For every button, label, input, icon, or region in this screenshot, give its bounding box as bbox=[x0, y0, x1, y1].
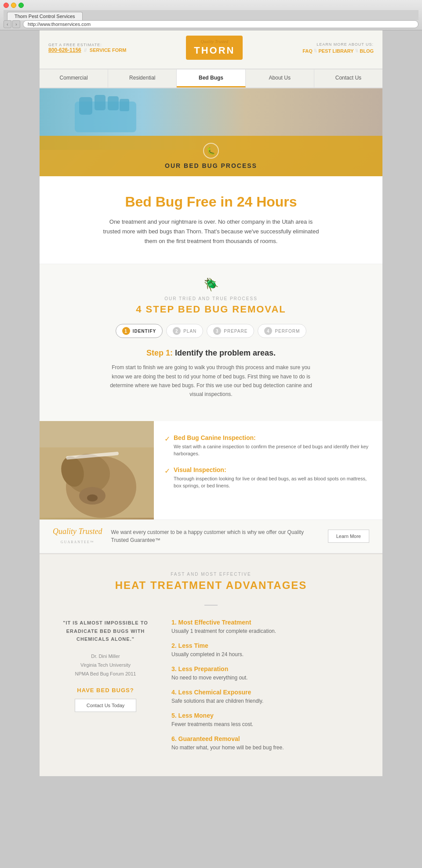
phone-link[interactable]: 800-626-1156 bbox=[48, 47, 81, 53]
nav-commercial[interactable]: Commercial bbox=[40, 69, 108, 87]
advantage-desc-2: Usually completed in 24 hours. bbox=[171, 650, 365, 658]
advantage-num-1: 1. bbox=[171, 619, 177, 626]
intro-body: One treatment and your nightmare is over… bbox=[101, 217, 321, 246]
hero-area: 🐛 OUR BED BUG PROCESS bbox=[40, 88, 382, 176]
learn-more-button[interactable]: Learn More bbox=[328, 530, 369, 543]
tab-title: Thorn Pest Control Services bbox=[15, 14, 75, 19]
back-button[interactable]: ‹ bbox=[4, 20, 11, 28]
advantage-item-5: 5. Less Money Fewer treatments means les… bbox=[171, 712, 365, 728]
heat-section: FAST AND MOST EFFECTIVE HEAT TREATMENT A… bbox=[40, 553, 382, 776]
learn-label: LEARN MORE ABOUT US: bbox=[302, 42, 374, 47]
close-btn[interactable] bbox=[4, 3, 9, 8]
quality-line1: Quality Trusted bbox=[53, 527, 102, 536]
quote-forum: NPMA Bed Bug Forum 2011 bbox=[57, 670, 154, 679]
advantage-desc-1: Usually 1 treatment for complete eradica… bbox=[171, 627, 365, 635]
check-icon-1: ✓ bbox=[164, 435, 170, 443]
tab-bar: Thorn Pest Control Services bbox=[4, 10, 418, 20]
main-headline: Bed Bug Free in 24 Hours bbox=[66, 194, 356, 210]
step-label-4: PERFORM bbox=[275, 329, 300, 334]
step1-label: Step 1: bbox=[146, 349, 173, 357]
advantage-desc-3: No need to move everything out. bbox=[171, 674, 365, 682]
browser-tab[interactable]: Thorn Pest Control Services bbox=[7, 12, 83, 20]
browser-buttons bbox=[4, 3, 418, 8]
svg-point-10 bbox=[87, 494, 98, 501]
inspection-title-1: Bed Bug Canine Inspection: bbox=[174, 434, 372, 441]
advantage-title-6: 6. Guaranteed Removal bbox=[171, 735, 365, 742]
advantage-item-3: 3. Less Preparation No need to move ever… bbox=[171, 665, 365, 682]
check-row-1: ✓ Bed Bug Canine Inspection: We start wi… bbox=[164, 434, 372, 458]
main-content: Bed Bug Free in 24 Hours One treatment a… bbox=[40, 176, 382, 264]
nav-bedbugs[interactable]: Bed Bugs bbox=[177, 69, 245, 87]
advantage-title-5: 5. Less Money bbox=[171, 712, 365, 719]
quote-text: "IT IS ALMOST IMPOSSIBLE TO ERADICATE BE… bbox=[57, 619, 154, 643]
quality-logo: Quality Trusted GUARANTEE™ bbox=[53, 527, 102, 546]
header-links: FAQ \\ PEST LIBRARY \\ BLOG bbox=[302, 48, 374, 54]
svg-rect-2 bbox=[95, 95, 106, 110]
dog-image bbox=[40, 421, 154, 519]
step-label-1: IDENTIFY bbox=[133, 329, 156, 334]
faq-link[interactable]: FAQ bbox=[302, 48, 313, 54]
guarantee-text: We want every customer to be a happy cus… bbox=[111, 528, 319, 544]
glove-illustration bbox=[66, 93, 145, 137]
contact-us-today-button[interactable]: Contact Us Today bbox=[75, 699, 136, 712]
step-num-4: 4 bbox=[264, 327, 272, 335]
step-tab-2[interactable]: 2 PLAN bbox=[166, 324, 203, 338]
advantage-item-1: 1. Most Effective Treatment Usually 1 tr… bbox=[171, 619, 365, 635]
heat-right: 1. Most Effective Treatment Usually 1 tr… bbox=[171, 619, 365, 759]
minimize-btn[interactable] bbox=[11, 3, 16, 8]
hero-process-title: OUR BED BUG PROCESS bbox=[47, 162, 375, 169]
quality-line2: GUARANTEE™ bbox=[61, 540, 95, 544]
advantage-num-2: 2. bbox=[171, 642, 177, 649]
heat-left: "IT IS ALMOST IMPOSSIBLE TO ERADICATE BE… bbox=[57, 619, 154, 759]
estimate-label: GET A FREE ESTIMATE: bbox=[48, 43, 126, 47]
quote-attribution: Dr. Dini Miller Virginia Tech University… bbox=[57, 652, 154, 678]
nav-aboutus[interactable]: About Us bbox=[246, 69, 314, 87]
advantage-item-6: 6. Guaranteed Removal No matter what, yo… bbox=[171, 735, 365, 752]
heat-columns: "IT IS ALMOST IMPOSSIBLE TO ERADICATE BE… bbox=[57, 619, 365, 759]
advantage-label-1: Most Effective Treatment bbox=[178, 619, 251, 626]
site-header: GET A FREE ESTIMATE: 800-626-1156 // SER… bbox=[40, 30, 382, 69]
nav-contactus[interactable]: Contact Us bbox=[314, 69, 382, 87]
forward-button[interactable]: › bbox=[12, 20, 20, 28]
advantage-title-4: 4. Less Chemical Exposure bbox=[171, 689, 365, 696]
advantage-num-6: 6. bbox=[171, 735, 177, 742]
divider1: // bbox=[84, 48, 88, 53]
header-top: GET A FREE ESTIMATE: 800-626-1156 // SER… bbox=[48, 36, 374, 60]
advantage-num-4: 4. bbox=[171, 689, 177, 696]
advantage-label-5: Less Money bbox=[178, 712, 214, 719]
hero-bug-icon: 🐛 bbox=[203, 143, 219, 159]
step-num-3: 3 bbox=[213, 327, 221, 335]
inspection-title-2: Visual Inspection: bbox=[174, 466, 372, 473]
header-right: LEARN MORE ABOUT US: FAQ \\ PEST LIBRARY… bbox=[302, 42, 374, 54]
sep1: \\ bbox=[314, 48, 317, 53]
advantage-title-3: 3. Less Preparation bbox=[171, 665, 365, 672]
step-label-2: PLAN bbox=[183, 329, 196, 334]
hero-overlay: 🐛 OUR BED BUG PROCESS bbox=[40, 136, 382, 176]
blog-link[interactable]: BLOG bbox=[360, 48, 374, 54]
advantage-label-4: Less Chemical Exposure bbox=[178, 689, 251, 696]
advantage-num-3: 3. bbox=[171, 665, 177, 672]
step-tab-1[interactable]: 1 IDENTIFY bbox=[116, 324, 163, 338]
address-bar[interactable]: http://www.thornservices.com bbox=[23, 20, 418, 28]
inspection-text-2: Visual Inspection: Thorough inspection l… bbox=[174, 466, 372, 490]
advantage-label-2: Less Time bbox=[178, 642, 208, 649]
logo-thorn-text: THORN bbox=[194, 45, 235, 56]
heat-subtitle: FAST AND MOST EFFECTIVE bbox=[57, 572, 365, 577]
inspection-text-1: Bed Bug Canine Inspection: We start with… bbox=[174, 434, 372, 458]
step1-description: From start to finish we are going to wal… bbox=[106, 363, 316, 399]
nav-residential[interactable]: Residential bbox=[108, 69, 177, 87]
inspection-item-2: ✓ Visual Inspection: Thorough inspection… bbox=[164, 466, 372, 490]
step-tab-3[interactable]: 3 PREPARE bbox=[207, 324, 254, 338]
service-form-link[interactable]: SERVICE FORM bbox=[90, 47, 127, 53]
pest-library-link[interactable]: PEST LIBRARY bbox=[318, 48, 353, 54]
logo-area: Quality Trusted THORN bbox=[186, 36, 243, 60]
svg-rect-1 bbox=[79, 97, 92, 115]
logo-quality-text: Quality Trusted bbox=[194, 39, 235, 44]
svg-rect-12 bbox=[40, 421, 154, 447]
maximize-btn[interactable] bbox=[18, 3, 24, 8]
advantage-num-5: 5. bbox=[171, 712, 177, 719]
advantage-item-2: 2. Less Time Usually completed in 24 hou… bbox=[171, 642, 365, 658]
advantage-desc-5: Fewer treatments means less cost. bbox=[171, 720, 365, 728]
step-tab-4[interactable]: 4 PERFORM bbox=[258, 324, 306, 338]
heat-title: HEAT TREATMENT ADVANTAGES bbox=[57, 579, 365, 592]
